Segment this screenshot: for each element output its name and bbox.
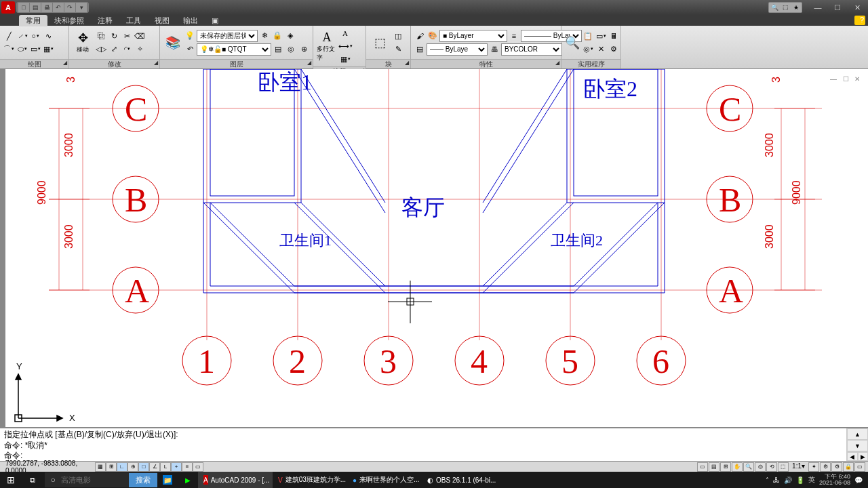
- rect-tool[interactable]: ▭: [29, 43, 41, 55]
- qat-redo[interactable]: ↷: [64, 3, 75, 12]
- layout-button[interactable]: ▤: [709, 462, 719, 472]
- ducs-toggle[interactable]: L: [160, 462, 171, 472]
- line-tool[interactable]: ╱: [3, 30, 15, 42]
- cmd-scroll-left[interactable]: ◀: [847, 452, 858, 461]
- clean-button[interactable]: ▭: [854, 462, 865, 472]
- layer-merge-icon[interactable]: ⊕: [298, 43, 310, 56]
- insert-block-button[interactable]: ⬚: [369, 28, 391, 58]
- cmd-scroll-down[interactable]: ▼: [847, 440, 868, 451]
- system-tray[interactable]: ˄ 🖧 🔊 🔋 英 下午 6:40 2021-06-08 💬: [766, 474, 868, 486]
- task-obs[interactable]: ◐OBS 26.1.1 (64-bi...: [422, 472, 496, 488]
- table-tool[interactable]: ▦: [339, 53, 351, 65]
- measure-tool[interactable]: 🔍: [564, 28, 580, 58]
- layer-properties-button[interactable]: 📚: [163, 28, 182, 58]
- cmd-prompt[interactable]: 命令:: [4, 451, 842, 461]
- ortho-toggle[interactable]: ∟: [117, 462, 127, 472]
- color-combo[interactable]: ■ ByLayer: [439, 30, 507, 42]
- edit-block-icon[interactable]: ✎: [392, 43, 404, 55]
- layer-prev-icon[interactable]: ↶: [184, 43, 196, 56]
- qat-more[interactable]: ▾: [76, 3, 87, 12]
- tray-net-icon[interactable]: 🖧: [773, 476, 780, 484]
- polar-toggle[interactable]: ⊕: [127, 462, 138, 472]
- tab-home[interactable]: 常用: [19, 15, 47, 26]
- model-button[interactable]: ▭: [697, 462, 708, 472]
- create-block-icon[interactable]: ◫: [392, 30, 404, 42]
- tray-up-icon[interactable]: ˄: [766, 476, 769, 484]
- dimension-tool[interactable]: ⟷: [339, 40, 351, 52]
- copy-tool[interactable]: ⿻: [95, 30, 107, 42]
- start-button[interactable]: ⊞: [0, 472, 22, 488]
- paste-icon[interactable]: 📋: [582, 30, 594, 42]
- tab-blocks[interactable]: 块和参照: [47, 15, 91, 26]
- util-icon2[interactable]: ✕: [595, 43, 607, 55]
- zoom-button[interactable]: 🔍: [743, 462, 754, 472]
- layer-current-combo[interactable]: 💡❄🔓■ QTQT: [197, 43, 271, 56]
- util-icon3[interactable]: ⚙: [608, 43, 620, 55]
- close-button[interactable]: ✕: [848, 1, 867, 14]
- fillet-tool[interactable]: ◜: [121, 43, 133, 55]
- tab-output[interactable]: 输出: [176, 15, 205, 26]
- mirror-tool[interactable]: ◁▷: [95, 43, 107, 55]
- util-icon1[interactable]: ◎: [582, 43, 594, 55]
- circle-tool[interactable]: ○: [29, 30, 41, 42]
- task-autocad[interactable]: AAutoCAD 2009 - [...: [198, 472, 273, 488]
- lwt-toggle[interactable]: ≡: [182, 462, 193, 472]
- pan-button[interactable]: ✋: [732, 462, 743, 472]
- search-icon[interactable]: 🔍: [769, 3, 780, 12]
- mtext-tool[interactable]: A多行文字: [316, 31, 338, 61]
- help-icon[interactable]: ?: [854, 16, 865, 25]
- lineweight-combo[interactable]: —— ByLaye: [427, 43, 488, 56]
- search-input[interactable]: [61, 476, 129, 484]
- layer-match-icon[interactable]: ▤: [272, 43, 284, 56]
- wheel-button[interactable]: ◎: [755, 462, 766, 472]
- polyline-tool[interactable]: ⌒: [3, 43, 15, 55]
- tab-extra[interactable]: ▣: [205, 16, 225, 26]
- vp-close-icon[interactable]: ✕: [854, 75, 860, 83]
- cmd-scroll-up[interactable]: ▲: [847, 428, 868, 440]
- tray-vol-icon[interactable]: 🔊: [784, 476, 792, 484]
- tab-annotate[interactable]: 注释: [91, 15, 119, 26]
- vp-max-icon[interactable]: ☐: [843, 75, 849, 83]
- qat-new[interactable]: □: [18, 3, 29, 12]
- trim-tool[interactable]: ✂: [121, 30, 133, 42]
- qview-button[interactable]: ⊞: [720, 462, 731, 472]
- comm-icon[interactable]: ⬚: [780, 3, 791, 12]
- clock[interactable]: 下午 6:40 2021-06-08: [819, 474, 850, 486]
- ws-button[interactable]: ⚙: [831, 462, 842, 472]
- layer-freeze-icon[interactable]: ❄: [258, 30, 271, 42]
- snap-toggle[interactable]: ▦: [95, 462, 106, 472]
- layer-iso-icon[interactable]: ◈: [284, 30, 296, 42]
- notif-icon[interactable]: 💬: [854, 476, 863, 484]
- tray-ime[interactable]: 英: [808, 475, 815, 485]
- taskview-button[interactable]: ⧉: [22, 472, 43, 488]
- annoscale-button[interactable]: ⬚: [778, 462, 789, 472]
- plot-icon[interactable]: 🖶: [488, 43, 500, 56]
- app-icon[interactable]: A: [1, 1, 15, 14]
- layer-state-combo[interactable]: 未保存的图层状态: [197, 30, 258, 42]
- color-wheel-icon[interactable]: 🎨: [427, 30, 439, 42]
- ellipse-tool[interactable]: ⬭: [16, 43, 28, 55]
- task-explorer[interactable]: 📁: [157, 472, 178, 488]
- qat-open[interactable]: ▤: [30, 3, 41, 12]
- annoauto-button[interactable]: ⚙: [820, 462, 831, 472]
- osnap-toggle[interactable]: □: [138, 462, 149, 472]
- qat-undo[interactable]: ↶: [53, 3, 64, 12]
- task-media[interactable]: ▶: [178, 472, 198, 488]
- scale-tool[interactable]: ⤢: [108, 43, 120, 55]
- task-browser[interactable]: ●来啊世界的个人空...: [347, 472, 422, 488]
- calc-icon[interactable]: 🖩: [608, 30, 620, 42]
- props-icon2[interactable]: ▤: [414, 43, 426, 56]
- orbit-button[interactable]: ⟲: [766, 462, 777, 472]
- scale-readout[interactable]: 1:1▾: [789, 462, 808, 472]
- vp-min-icon[interactable]: —: [830, 75, 837, 83]
- left-dock-tab[interactable]: [0, 69, 5, 427]
- layer-off-icon[interactable]: 💡: [184, 30, 196, 42]
- cmd-scroll-right[interactable]: ▶: [858, 452, 869, 461]
- drawing-area[interactable]: — ☐ ✕: [5, 69, 868, 427]
- tray-bat-icon[interactable]: 🔋: [796, 476, 804, 484]
- command-line[interactable]: 指定拉伸点或 [基点(B)/复制(C)/放弃(U)/退出(X)]: 命令: *取…: [0, 427, 868, 461]
- explode-tool[interactable]: ✧: [134, 43, 146, 55]
- layer-lock-icon[interactable]: 🔒: [271, 30, 283, 42]
- list-icon[interactable]: ≡: [508, 30, 520, 42]
- annovis-button[interactable]: ✦: [808, 462, 819, 472]
